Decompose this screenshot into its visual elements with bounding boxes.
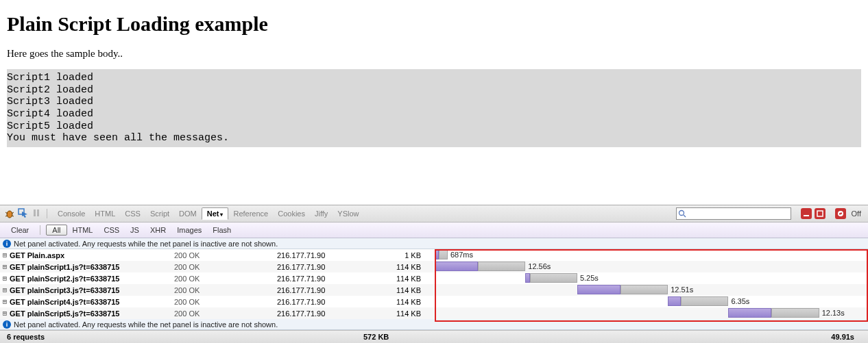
request-size: 114 KB: [380, 263, 435, 271]
timeline-label: 6.35s: [731, 297, 749, 305]
footer-requests: 6 requests: [0, 333, 51, 341]
request-url: GET plainScript1.js?t=6338715: [10, 263, 174, 271]
log-line: Script2 loaded: [7, 84, 861, 97]
log-line: You must have seen all the messages.: [7, 132, 861, 144]
request-host: 216.177.71.90: [277, 251, 380, 259]
request-status: 200 OK: [174, 286, 277, 294]
filter-tab-css[interactable]: CSS: [98, 225, 125, 235]
main-tab-jiffy[interactable]: Jiffy: [310, 208, 333, 219]
table-row[interactable]: ⊞GET plainScript3.js?t=6338715200 OK216.…: [0, 284, 868, 296]
info-row-bottom: i Net panel activated. Any requests whil…: [0, 319, 868, 330]
expand-icon[interactable]: ⊞: [0, 262, 10, 271]
request-host: 216.177.71.90: [277, 298, 380, 306]
request-status: 200 OK: [174, 275, 277, 283]
filter-tab-xhr[interactable]: XHR: [145, 225, 171, 235]
table-row[interactable]: ⊞GET plainScript4.js?t=6338715200 OK216.…: [0, 296, 868, 307]
main-tab-dom[interactable]: DOM: [174, 208, 202, 219]
timeline-label: 12.13s: [822, 309, 845, 317]
main-tab-html[interactable]: HTML: [90, 208, 120, 219]
svg-rect-7: [37, 209, 39, 216]
filter-tab-images[interactable]: Images: [171, 225, 207, 235]
request-host: 216.177.71.90: [277, 275, 380, 283]
firebug-toolbar: ConsoleHTMLCSSScriptDOMNet▾ReferenceCook…: [0, 205, 868, 223]
filter-tab-html[interactable]: HTML: [67, 225, 99, 235]
log-line: Script4 loaded: [7, 108, 861, 120]
svg-line-9: [684, 215, 686, 217]
request-size: 114 KB: [380, 286, 435, 294]
info-icon: i: [3, 320, 11, 329]
request-size: 114 KB: [380, 309, 435, 318]
log-line: Script1 loaded: [7, 72, 861, 84]
main-tab-cookies[interactable]: Cookies: [273, 208, 310, 219]
info-row-top: i Net panel activated. Any requests whil…: [0, 238, 868, 249]
clear-button[interactable]: Clear: [5, 225, 34, 235]
filter-tab-all[interactable]: All: [46, 225, 67, 236]
expand-icon[interactable]: ⊞: [0, 297, 10, 306]
request-status: 200 OK: [174, 309, 277, 318]
svg-rect-6: [34, 209, 36, 216]
svg-point-8: [679, 211, 684, 216]
log-line: Script3 loaded: [7, 96, 861, 108]
request-url: GET plainScript5.js?t=6338715: [10, 309, 174, 318]
table-row[interactable]: ⊞GET plainScript2.js?t=6338715200 OK216.…: [0, 272, 868, 284]
timeline-cell: 12.56s: [435, 261, 868, 272]
firebug-icon[interactable]: [4, 208, 15, 219]
net-sub-toolbar: Clear AllHTMLCSSJSXHRImagesFlash: [0, 223, 868, 238]
svg-rect-11: [817, 211, 823, 216]
svg-rect-10: [804, 215, 809, 216]
info-message: Net panel activated. Any requests while …: [14, 320, 278, 329]
minimize-button[interactable]: [801, 208, 812, 219]
table-row[interactable]: ⊞GET plainScript1.js?t=6338715200 OK216.…: [0, 261, 868, 272]
page-intro: Here goes the sample body..: [7, 48, 861, 60]
svg-point-0: [7, 211, 12, 218]
request-url: GET plainScript2.js?t=6338715: [10, 275, 174, 283]
close-button[interactable]: [835, 208, 846, 219]
request-size: 1 KB: [380, 251, 435, 259]
script-log: Script1 loadedScript2 loadedScript3 load…: [7, 69, 861, 147]
expand-icon[interactable]: ⊞: [0, 274, 10, 283]
timeline-cell: 12.13s: [435, 307, 868, 319]
main-tab-net[interactable]: Net▾: [202, 207, 229, 220]
popout-button[interactable]: [815, 208, 825, 219]
info-icon: i: [3, 240, 11, 248]
expand-icon[interactable]: ⊞: [0, 309, 10, 318]
firebug-footer: 6 requests 572 KB 49.91s: [0, 330, 868, 343]
filter-tab-js[interactable]: JS: [125, 225, 145, 235]
main-tab-reference[interactable]: Reference: [228, 208, 273, 219]
request-host: 216.177.71.90: [277, 309, 380, 318]
request-status: 200 OK: [174, 251, 277, 259]
request-size: 114 KB: [380, 275, 435, 283]
off-label[interactable]: Off: [849, 209, 864, 218]
main-tab-console[interactable]: Console: [53, 208, 90, 219]
firebug-panel: ConsoleHTMLCSSScriptDOMNet▾ReferenceCook…: [0, 205, 868, 343]
request-url: GET plainScript3.js?t=6338715: [10, 286, 174, 294]
timeline-cell: 6.35s: [435, 296, 868, 307]
page-title: Plain Script Loading example: [7, 12, 861, 36]
timeline-cell: 687ms: [435, 249, 868, 261]
timeline-label: 5.25s: [580, 274, 599, 282]
timeline-label: 12.56s: [528, 262, 551, 270]
table-row[interactable]: ⊞GET plainScript5.js?t=6338715200 OK216.…: [0, 307, 868, 319]
request-host: 216.177.71.90: [277, 286, 380, 294]
request-url: GET Plain.aspx: [10, 251, 174, 259]
timeline-label: 12.51s: [671, 285, 693, 294]
footer-time: 49.91s: [824, 333, 861, 341]
inspect-icon[interactable]: [18, 207, 29, 220]
timeline-cell: 5.25s: [435, 272, 868, 284]
main-tab-script[interactable]: Script: [145, 208, 174, 219]
expand-icon[interactable]: ⊞: [0, 251, 10, 259]
search-input[interactable]: [676, 207, 791, 220]
pause-icon[interactable]: [32, 208, 41, 219]
expand-icon[interactable]: ⊞: [0, 285, 10, 294]
main-tab-css[interactable]: CSS: [120, 208, 145, 219]
filter-tab-flash[interactable]: Flash: [207, 225, 237, 235]
request-url: GET plainScript4.js?t=6338715: [10, 298, 174, 306]
main-tab-yslow[interactable]: YSlow: [333, 208, 363, 219]
request-status: 200 OK: [174, 298, 277, 306]
request-size: 114 KB: [380, 298, 435, 306]
timeline-label: 687ms: [450, 251, 473, 259]
table-row[interactable]: ⊞GET Plain.aspx200 OK216.177.71.901 KB68…: [0, 249, 868, 261]
net-table: ⊞GET Plain.aspx200 OK216.177.71.901 KB68…: [0, 249, 868, 319]
request-status: 200 OK: [174, 263, 277, 271]
request-host: 216.177.71.90: [277, 263, 380, 271]
